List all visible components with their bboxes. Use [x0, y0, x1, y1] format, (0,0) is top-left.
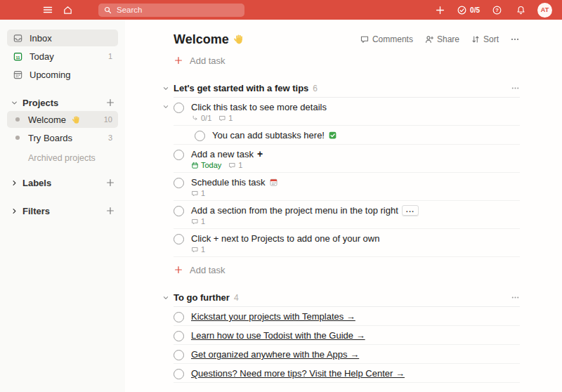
project-count: 10 — [104, 115, 112, 124]
task-meta: 1 — [191, 245, 520, 254]
sidebar-item-upcoming[interactable]: Upcoming — [7, 66, 118, 83]
task-checkbox[interactable] — [174, 150, 184, 160]
sidebar-item-count: 1 — [108, 52, 112, 60]
add-label-button[interactable] — [105, 178, 115, 188]
search-input[interactable]: Search — [98, 4, 244, 17]
chevron-right-icon[interactable] — [10, 178, 19, 188]
task-checkbox[interactable] — [174, 103, 184, 113]
section-more-icon[interactable] — [511, 293, 520, 302]
task-row: Schedule this task1 — [174, 173, 520, 201]
comment-meta[interactable]: 1 — [191, 189, 205, 197]
section-count: 4 — [234, 293, 239, 303]
share-button[interactable]: Share — [424, 34, 459, 44]
wave-emoji — [72, 115, 81, 124]
inbox-icon — [13, 33, 23, 44]
sidebar-projects-header[interactable]: Projects — [7, 94, 118, 111]
task-text-label: Schedule this task — [191, 176, 266, 188]
comment-meta[interactable]: 1 — [191, 217, 205, 226]
sort-button[interactable]: Sort — [471, 34, 499, 44]
comment-icon — [218, 115, 226, 122]
task-collapse-icon[interactable] — [162, 103, 170, 111]
section-more-icon[interactable] — [511, 84, 520, 93]
task-checkbox[interactable] — [174, 206, 184, 216]
meta-label: 0/1 — [201, 114, 211, 122]
task-link[interactable]: Get organized anywhere with the Apps → — [191, 348, 520, 360]
sidebar-items: Inbox11Today1Upcoming — [7, 30, 118, 83]
toolbar-label: Share — [437, 34, 459, 44]
task-text[interactable]: Click this task to see more details — [191, 101, 520, 113]
help-icon[interactable]: ? — [490, 3, 504, 17]
menu-icon[interactable] — [41, 3, 55, 17]
task-checkbox[interactable] — [174, 234, 184, 244]
section-header: To go further4 — [174, 289, 520, 307]
task-text-label: You can add subtasks here! — [212, 129, 325, 141]
productivity-count: 0/5 — [470, 6, 480, 14]
task-text-label: Click this task to see more details — [191, 101, 327, 113]
archived-projects-link[interactable]: Archived projects — [7, 148, 118, 163]
add-task-button[interactable]: Add task — [174, 261, 520, 279]
comments-button[interactable]: Comments — [360, 34, 413, 44]
comment-icon — [191, 246, 199, 254]
sidebar-item-inbox[interactable]: Inbox — [7, 30, 118, 46]
task-checkbox[interactable] — [174, 178, 184, 188]
section: Let's get started with a few tips6Click … — [174, 80, 520, 279]
search-icon — [103, 6, 112, 15]
add-task-label: Add task — [190, 265, 226, 275]
task-text-label: Click + next to Projects to add one of y… — [191, 233, 379, 244]
section-collapse-icon[interactable] — [162, 84, 170, 93]
section-header: Let's get started with a few tips6 — [174, 80, 520, 98]
task-checkbox[interactable] — [174, 312, 184, 322]
project-label: Try Boards — [28, 133, 72, 143]
task-text[interactable]: Add a new task+ — [191, 148, 520, 160]
task-row: Click + next to Projects to add one of y… — [174, 229, 520, 257]
add-project-button[interactable] — [105, 98, 115, 107]
comment-meta[interactable]: 1 — [228, 161, 242, 169]
comment-icon — [191, 218, 199, 226]
avatar[interactable]: AT — [537, 3, 552, 18]
more-options-button[interactable] — [510, 34, 520, 44]
task-text[interactable]: You can add subtasks here! — [212, 129, 520, 141]
sidebar-labels-header[interactable]: Labels — [7, 174, 118, 191]
comments-icon — [360, 34, 370, 44]
task-checkbox[interactable] — [195, 131, 205, 141]
chevron-down-icon[interactable] — [10, 98, 19, 107]
sidebar: Inbox11Today1Upcoming Projects Welcome10… — [0, 20, 125, 392]
project-count: 3 — [108, 133, 112, 142]
task-checkbox[interactable] — [174, 350, 184, 360]
quick-add-icon[interactable] — [433, 3, 447, 17]
comment-icon — [191, 190, 199, 197]
add-task-button[interactable]: Add task — [174, 51, 520, 70]
comment-meta[interactable]: 1 — [218, 114, 233, 122]
main-content: Welcome CommentsShareSort Add task Let's… — [125, 20, 562, 392]
add-task-button[interactable]: Add task — [174, 386, 520, 392]
sidebar-item-today[interactable]: 11Today1 — [7, 48, 118, 65]
upcoming-icon — [13, 70, 23, 80]
task-text[interactable]: Add a section from the project menu in t… — [191, 204, 520, 216]
sidebar-project-try-boards[interactable]: Try Boards3 — [7, 129, 118, 146]
sidebar-project-welcome[interactable]: Welcome10 — [7, 111, 118, 128]
task-checkbox[interactable] — [174, 331, 184, 341]
sidebar-filters-header[interactable]: Filters — [7, 202, 118, 219]
section-collapse-icon[interactable] — [162, 294, 170, 302]
home-icon[interactable] — [60, 3, 74, 17]
productivity-button[interactable]: 0/5 — [457, 5, 480, 15]
comment-meta[interactable]: 1 — [191, 245, 205, 254]
keycap-more: ... — [402, 205, 419, 216]
task-link[interactable]: Questions? Need more tips? Visit the Hel… — [191, 367, 520, 379]
section-count: 6 — [313, 84, 318, 93]
calendar-meta: Today — [191, 161, 221, 169]
task-text[interactable]: Schedule this task — [191, 176, 520, 188]
task-text[interactable]: Click + next to Projects to add one of y… — [191, 233, 520, 244]
project-toolbar: CommentsShareSort — [360, 34, 520, 44]
task-checkbox[interactable] — [174, 369, 184, 379]
chevron-right-icon[interactable] — [10, 207, 19, 216]
bell-icon[interactable] — [514, 3, 528, 17]
svg-text:11: 11 — [16, 55, 20, 59]
plus-icon — [174, 265, 183, 275]
task-link[interactable]: Learn how to use Todoist with the Guide … — [191, 329, 520, 341]
task-link[interactable]: Kickstart your projects with Templates → — [191, 311, 520, 322]
task-text-label: Kickstart your projects with Templates → — [191, 311, 355, 322]
add-filter-button[interactable] — [105, 206, 115, 216]
sidebar-item-label: Upcoming — [30, 70, 71, 80]
project-dot-icon — [13, 115, 22, 124]
